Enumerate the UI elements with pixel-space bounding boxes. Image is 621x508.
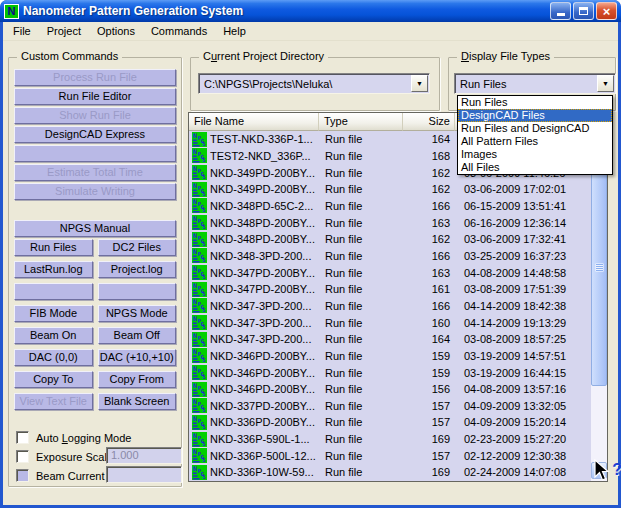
file-row[interactable]: NPGSNKD-337PD-200BY...Run file15704-09-2…	[189, 398, 591, 415]
column-header[interactable]: Size	[403, 113, 455, 131]
menu-item-options[interactable]: Options	[89, 23, 143, 39]
file-list-body: NPGSTEST-NKD-336P-1...Run file164NPGSTES…	[189, 131, 591, 481]
file-row[interactable]: NPGSNKD-347PD-200BY...Run file16103-08-2…	[189, 281, 591, 298]
column-header[interactable]: File Name	[189, 113, 319, 131]
display-file-types-label: Display File Types	[457, 50, 554, 62]
svg-text:N: N	[193, 132, 197, 140]
minimize-icon	[557, 13, 565, 16]
custom-command-button[interactable]: NPGS Manual	[14, 220, 176, 237]
file-name-cell: NPGSNKD-347-3PD-200...	[189, 332, 319, 347]
file-size-cell: 163	[403, 217, 455, 229]
column-header[interactable]: Type	[319, 113, 403, 131]
file-type-cell: Run file	[319, 333, 403, 345]
custom-command-button[interactable]: Copy To	[14, 371, 93, 388]
project-directory-dropdown-button[interactable]: ▼	[411, 75, 428, 92]
npgs-file-icon: NPGS	[192, 332, 207, 347]
file-row[interactable]: NPGSNKD-347-3PD-200...Run file16403-08-2…	[189, 331, 591, 348]
file-name-cell: NPGSNKD-336P-10W-59...	[189, 465, 319, 480]
file-name-cell: NPGSNKD-347-3PD-200...	[189, 298, 319, 313]
npgs-file-icon: NPGS	[192, 465, 207, 480]
file-type-cell: Run file	[319, 317, 403, 329]
file-size-cell: 169	[403, 466, 455, 478]
file-size-cell: 164	[403, 133, 455, 145]
custom-command-button[interactable]: FIB Mode	[14, 305, 93, 322]
svg-text:N: N	[193, 365, 197, 373]
exposure-scale-checkbox[interactable]	[16, 450, 29, 463]
file-type-option[interactable]: All Pattern Files	[458, 135, 612, 148]
file-row[interactable]: NPGSNKD-347PD-200BY...Run file16304-08-2…	[189, 264, 591, 281]
window-title: Nanometer Pattern Generation System	[23, 4, 550, 18]
file-row[interactable]: NPGSNKD-349PD-200BY...Run file16203-06-2…	[189, 181, 591, 198]
file-type-option[interactable]: Run Files and DesignCAD	[458, 122, 612, 135]
project-directory-value: C:\NPGS\Projects\Neluka\	[199, 78, 411, 90]
custom-command-button[interactable]: DesignCAD Express	[14, 126, 176, 143]
file-row[interactable]: NPGSNKD-336PD-200BY...Run file15704-09-2…	[189, 414, 591, 431]
file-row[interactable]: NPGSNKD-346PD-200BY...Run file15903-19-2…	[189, 348, 591, 365]
auto-logging-checkbox[interactable]	[16, 431, 29, 444]
custom-command-button[interactable]: DAC (+10,+10)	[98, 349, 177, 366]
file-type-cell: Run file	[319, 466, 403, 478]
custom-command-button[interactable]: Run File Editor	[14, 88, 176, 105]
custom-command-button: Process Run File	[14, 69, 176, 86]
question-mark-icon: ?	[612, 461, 621, 479]
custom-command-button[interactable]: Beam On	[14, 327, 93, 344]
custom-command-button[interactable]: DC2 Files	[98, 239, 177, 256]
custom-command-button[interactable]: Project.log	[98, 261, 177, 278]
menu-item-commands[interactable]: Commands	[143, 23, 215, 39]
scrollbar-thumb[interactable]	[591, 148, 607, 386]
custom-command-button[interactable]: Run Files	[14, 239, 93, 256]
close-button[interactable]: ×	[596, 2, 617, 20]
file-date-cell: 04-14-2009 18:42:38	[455, 300, 591, 312]
npgs-file-icon: NPGS	[192, 148, 207, 163]
menu-item-help[interactable]: Help	[215, 23, 254, 39]
file-types-dropdown-button[interactable]: ▼	[597, 75, 614, 92]
file-row[interactable]: NPGSNKD-348PD-65C-2...Run file16606-15-2…	[189, 198, 591, 215]
titlebar-buttons: ×	[550, 2, 617, 20]
file-row[interactable]: NPGSNKD-347-3PD-200...Run file16604-14-2…	[189, 298, 591, 315]
maximize-button[interactable]	[573, 2, 594, 20]
file-date-cell: 03-06-2009 17:02:01	[455, 183, 591, 195]
file-row[interactable]: NPGSNKD-336P-500L-12...Run file15702-12-…	[189, 447, 591, 464]
file-name-cell: NPGSNKD-336P-590L-1...	[189, 432, 319, 447]
vertical-scrollbar[interactable]: ▲ ▼	[591, 131, 607, 481]
file-row[interactable]: NPGSNKD-347-3PD-200...Run file16004-14-2…	[189, 314, 591, 331]
custom-command-button[interactable]: NPGS Mode	[98, 305, 177, 322]
title-bar: N Nanometer Pattern Generation System ×	[0, 0, 621, 22]
custom-command-button[interactable]: Beam Off	[98, 327, 177, 344]
custom-commands-label: Custom Commands	[17, 50, 122, 62]
app-icon: N	[4, 4, 19, 19]
custom-command-button[interactable]: Blank Screen	[98, 393, 177, 410]
project-directory-combobox[interactable]: C:\NPGS\Projects\Neluka\ ▼	[198, 73, 430, 94]
file-type-option[interactable]: Run Files	[458, 96, 612, 109]
minimize-button[interactable]	[550, 2, 571, 20]
file-row[interactable]: NPGSNKD-348PD-200BY...Run file16306-16-2…	[189, 214, 591, 231]
file-name-cell: NPGSNKD-349PD-200BY...	[189, 182, 319, 197]
file-name-cell: NPGSNKD-346PD-200BY...	[189, 382, 319, 397]
custom-command-button[interactable]: DAC (0,0)	[14, 349, 93, 366]
file-type-cell: Run file	[319, 267, 403, 279]
file-row[interactable]: NPGSNKD-346PD-200BY...Run file15903-19-2…	[189, 364, 591, 381]
custom-command-button[interactable]: LastRun.log	[14, 261, 93, 278]
file-row[interactable]: NPGSNKD-336P-590L-1...Run file16902-23-2…	[189, 431, 591, 448]
file-size-cell: 162	[403, 183, 455, 195]
thumb-grip-icon	[596, 268, 603, 269]
custom-command-button[interactable]	[98, 283, 177, 300]
file-name-cell: NPGSNKD-348-3PD-200...	[189, 248, 319, 263]
file-types-combobox[interactable]: Run Files ▼	[454, 73, 616, 94]
menu-item-file[interactable]: File	[5, 23, 39, 39]
file-size-cell: 169	[403, 433, 455, 445]
custom-command-button[interactable]	[14, 145, 176, 162]
beam-current-label: Beam Current	[36, 470, 104, 482]
file-type-option[interactable]: All Files	[458, 161, 612, 174]
custom-command-button[interactable]	[14, 283, 93, 300]
file-type-option[interactable]: Images	[458, 148, 612, 161]
file-row[interactable]: NPGSNKD-348-3PD-200...Run file16603-25-2…	[189, 248, 591, 265]
file-row[interactable]: NPGSNKD-346PD-200BY...Run file15604-08-2…	[189, 381, 591, 398]
file-type-option[interactable]: DesignCAD Files	[458, 109, 612, 122]
beam-current-checkbox[interactable]	[16, 469, 29, 482]
custom-command-button[interactable]: Copy From	[98, 371, 177, 388]
file-row[interactable]: NPGSNKD-336P-10W-59...Run file16902-24-2…	[189, 464, 591, 481]
svg-text:N: N	[193, 465, 197, 473]
menu-item-project[interactable]: Project	[39, 23, 89, 39]
file-row[interactable]: NPGSNKD-348PD-200BY...Run file16203-06-2…	[189, 231, 591, 248]
